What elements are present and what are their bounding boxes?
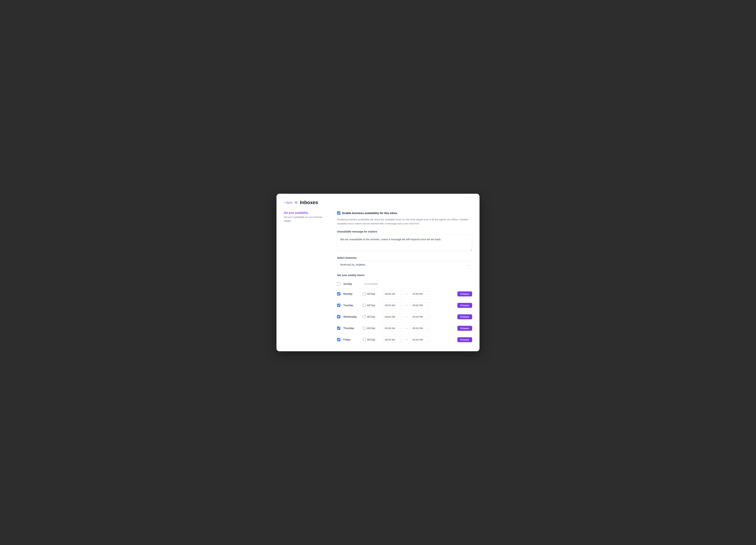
thursday-hours-badge: 8 hours <box>457 326 472 331</box>
wednesday-hours-badge: 8 hours <box>457 314 472 319</box>
wednesday-allday-wrapper: All-Day <box>363 315 379 318</box>
day-row-friday: Friday All-Day 09:00 AM08:00 AM10:00 AM … <box>337 334 472 345</box>
wednesday-end-select[interactable]: 05:00 PM04:00 PM06:00 PM <box>410 314 430 320</box>
tuesday-start-wrapper: 09:00 AM08:00 AM10:00 AM ⌄ <box>382 302 403 309</box>
monday-end-select[interactable]: 05:00 PM04:00 PM06:00 PM <box>410 291 430 297</box>
days-container: Sunday Unavailable Monday All-Day 09:00 <box>337 280 472 345</box>
monday-allday-label: All-Day <box>367 293 375 295</box>
thursday-checkbox[interactable] <box>337 327 340 330</box>
tuesday-checkbox[interactable] <box>337 304 340 307</box>
monday-label: Monday <box>343 293 360 295</box>
sidebar: Set your availability Set your availabil… <box>284 211 328 345</box>
friday-hours-badge: 8 hours <box>457 337 472 342</box>
thursday-label: Thursday <box>343 327 360 330</box>
inbox-icon: ✉ <box>295 200 298 205</box>
tuesday-end-wrapper: 05:00 PM04:00 PM06:00 PM ⌄ <box>410 302 430 309</box>
friday-start-select[interactable]: 09:00 AM08:00 AM10:00 AM <box>382 337 403 343</box>
thursday-allday-wrapper: All-Day <box>363 327 379 330</box>
day-row-thursday: Thursday All-Day 09:00 AM08:00 AM10:00 A… <box>337 323 472 334</box>
day-row-wednesday: Wednesday All-Day 09:00 AM08:00 AM10:00 … <box>337 311 472 323</box>
wednesday-allday-checkbox[interactable] <box>363 315 366 318</box>
tuesday-allday-label: All-Day <box>367 304 375 307</box>
monday-start-select[interactable]: 09:00 AM08:00 AM10:00 AM <box>382 291 403 297</box>
main-window: < Back ✉ Inboxes Set your availability S… <box>276 194 480 351</box>
friday-end-wrapper: 05:00 PM04:00 PM06:00 PM ⌄ <box>410 337 430 343</box>
thursday-start-select[interactable]: 09:00 AM08:00 AM10:00 AM <box>382 325 403 331</box>
tuesday-end-select[interactable]: 05:00 PM04:00 PM06:00 PM <box>410 302 430 309</box>
wednesday-time-section: 09:00 AM08:00 AM10:00 AM ⌄ — 05:00 PM04:… <box>382 314 472 320</box>
wednesday-label: Wednesday <box>343 315 360 318</box>
sunday-label: Sunday <box>343 283 360 285</box>
timezone-select[interactable]: America/Los_Angeles America/New_York Ame… <box>337 261 472 268</box>
thursday-end-select[interactable]: 05:00 PM04:00 PM06:00 PM <box>410 325 430 331</box>
tuesday-dash: — <box>404 304 409 307</box>
monday-checkbox[interactable] <box>337 292 340 296</box>
sunday-unavailable-badge: Unavailable <box>364 283 378 285</box>
description-text: Enabling business availability will show… <box>337 217 472 225</box>
tuesday-start-select[interactable]: 09:00 AM08:00 AM10:00 AM <box>382 302 403 309</box>
enable-checkbox[interactable] <box>337 211 340 214</box>
weekly-hours-label: Set your weekly hours <box>337 274 472 277</box>
page-title: Inboxes <box>300 200 318 205</box>
content-layout: Set your availability Set your availabil… <box>284 211 472 345</box>
enable-label: Enable business availability for this in… <box>342 211 397 214</box>
friday-allday-wrapper: All-Day <box>363 338 379 341</box>
wednesday-allday-label: All-Day <box>367 315 375 318</box>
tuesday-label: Tuesday <box>343 304 360 307</box>
sidebar-subtext: Set your availability on your livechat w… <box>284 215 328 222</box>
tuesday-hours-badge: 8 hours <box>457 303 472 308</box>
wednesday-checkbox[interactable] <box>337 315 340 319</box>
unavailable-message-textarea[interactable]: We are unavailable at the moment. Leave … <box>337 234 472 251</box>
monday-time-section: 09:00 AM08:00 AM10:00 AM ⌄ — 05:00 PM04:… <box>382 291 472 297</box>
thursday-allday-checkbox[interactable] <box>363 327 366 330</box>
tuesday-allday-checkbox[interactable] <box>363 304 366 307</box>
monday-hours-badge: 8 hours <box>457 292 472 297</box>
monday-allday-wrapper: All-Day <box>363 293 379 295</box>
thursday-allday-label: All-Day <box>367 327 375 330</box>
thursday-start-wrapper: 09:00 AM08:00 AM10:00 AM ⌄ <box>382 325 403 331</box>
wednesday-dash: — <box>404 315 409 319</box>
sidebar-heading[interactable]: Set your availability <box>284 211 328 214</box>
friday-allday-checkbox[interactable] <box>363 338 366 341</box>
monday-start-wrapper: 09:00 AM08:00 AM10:00 AM ⌄ <box>382 291 403 297</box>
friday-label: Friday <box>343 338 360 341</box>
sunday-checkbox[interactable] <box>337 282 340 286</box>
thursday-time-section: 09:00 AM08:00 AM10:00 AM ⌄ — 05:00 PM04:… <box>382 325 472 331</box>
wednesday-start-wrapper: 09:00 AM08:00 AM10:00 AM ⌄ <box>382 314 403 320</box>
friday-allday-label: All-Day <box>367 338 375 341</box>
enable-row: Enable business availability for this in… <box>337 211 472 214</box>
friday-time-section: 09:00 AM08:00 AM10:00 AM ⌄ — 05:00 PM04:… <box>382 337 472 343</box>
friday-end-select[interactable]: 05:00 PM04:00 PM06:00 PM <box>410 337 430 343</box>
monday-end-wrapper: 05:00 PM04:00 PM06:00 PM ⌄ <box>410 291 430 297</box>
monday-dash: — <box>404 292 409 296</box>
monday-allday-checkbox[interactable] <box>363 293 366 295</box>
friday-dash: — <box>404 338 409 341</box>
timezone-label: Select timezone <box>337 256 472 259</box>
back-link[interactable]: < Back <box>284 201 292 204</box>
thursday-dash: — <box>404 327 409 330</box>
page-header: < Back ✉ Inboxes <box>284 200 472 205</box>
timezone-select-wrapper: America/Los_Angeles America/New_York Ame… <box>337 261 472 268</box>
wednesday-end-wrapper: 05:00 PM04:00 PM06:00 PM ⌄ <box>410 314 430 320</box>
wednesday-start-select[interactable]: 09:00 AM08:00 AM10:00 AM <box>382 314 403 320</box>
main-content: Enable business availability for this in… <box>337 211 472 345</box>
tuesday-allday-wrapper: All-Day <box>363 304 379 307</box>
day-row-sunday: Sunday Unavailable <box>337 280 472 288</box>
friday-start-wrapper: 09:00 AM08:00 AM10:00 AM ⌄ <box>382 337 403 343</box>
thursday-end-wrapper: 05:00 PM04:00 PM06:00 PM ⌄ <box>410 325 430 331</box>
tuesday-time-section: 09:00 AM08:00 AM10:00 AM ⌄ — 05:00 PM04:… <box>382 302 472 309</box>
day-row-monday: Monday All-Day 09:00 AM08:00 AM10:00 AM … <box>337 288 472 300</box>
friday-checkbox[interactable] <box>337 338 340 341</box>
day-row-tuesday: Tuesday All-Day 09:00 AM08:00 AM10:00 AM… <box>337 300 472 311</box>
unavailable-message-label: Unavailable message for visitors <box>337 230 472 233</box>
